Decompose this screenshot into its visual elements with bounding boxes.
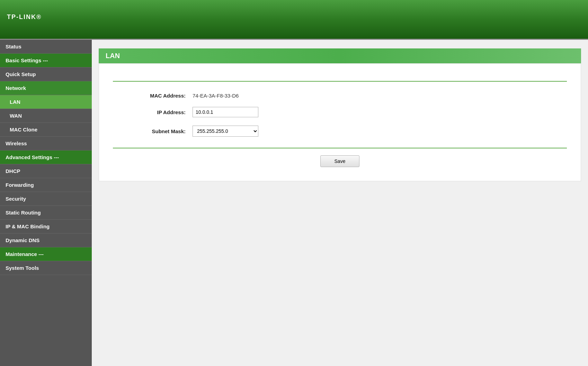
sidebar-item-network[interactable]: Network <box>0 81 92 95</box>
mac-address-row: MAC Address: 74-EA-3A-F8-33-D6 <box>113 89 567 103</box>
sidebar-item-quick-setup[interactable]: Quick Setup <box>0 67 92 81</box>
ip-address-cell <box>189 103 567 121</box>
logo-trademark: ® <box>36 13 42 20</box>
save-button[interactable]: Save <box>320 155 360 167</box>
subnet-mask-select[interactable]: 255.255.255.0 255.255.0.0 255.0.0.0 <box>193 126 258 137</box>
sidebar-item-status[interactable]: Status <box>0 40 92 54</box>
sidebar: Status Basic Settings --- Quick Setup Ne… <box>0 40 92 366</box>
sidebar-item-basic-settings: Basic Settings --- <box>0 54 92 67</box>
ip-address-row: IP Address: <box>113 103 567 121</box>
sidebar-item-system-tools[interactable]: System Tools <box>0 261 92 275</box>
sidebar-item-static-routing[interactable]: Static Routing <box>0 206 92 220</box>
content-area: LAN MAC Address: 74-EA-3A-F8-33-D6 IP Ad… <box>92 40 588 366</box>
content-box: MAC Address: 74-EA-3A-F8-33-D6 IP Addres… <box>99 63 581 181</box>
sidebar-item-dynamic-dns[interactable]: Dynamic DNS <box>0 234 92 247</box>
mac-address-label: MAC Address: <box>113 89 189 103</box>
page-header: LAN <box>99 48 581 63</box>
sidebar-item-wan[interactable]: WAN <box>0 109 92 123</box>
page-title: LAN <box>106 52 574 60</box>
ip-address-label: IP Address: <box>113 103 189 121</box>
sidebar-item-wireless[interactable]: Wireless <box>0 137 92 150</box>
sidebar-item-lan[interactable]: LAN <box>0 95 92 109</box>
subnet-mask-row: Subnet Mask: 255.255.255.0 255.255.0.0 2… <box>113 121 567 141</box>
bottom-divider <box>113 148 567 148</box>
sidebar-item-ip-mac-binding[interactable]: IP & MAC Binding <box>0 220 92 234</box>
main-layout: Status Basic Settings --- Quick Setup Ne… <box>0 40 588 366</box>
sidebar-item-security[interactable]: Security <box>0 192 92 206</box>
sidebar-item-maintenance: Maintenance --- <box>0 247 92 261</box>
subnet-mask-cell: 255.255.255.0 255.255.0.0 255.0.0.0 <box>189 121 567 141</box>
sidebar-item-advanced-settings: Advanced Settings --- <box>0 150 92 164</box>
lan-form: MAC Address: 74-EA-3A-F8-33-D6 IP Addres… <box>113 89 567 141</box>
sidebar-item-forwarding[interactable]: Forwarding <box>0 178 92 192</box>
button-row: Save <box>113 155 567 167</box>
mac-address-value: 74-EA-3A-F8-33-D6 <box>189 89 567 103</box>
ip-address-input[interactable] <box>193 107 258 117</box>
logo-text: TP-LINK <box>7 13 36 20</box>
header: TP-LINK® <box>0 0 588 40</box>
sidebar-item-dhcp[interactable]: DHCP <box>0 164 92 178</box>
top-divider <box>113 81 567 82</box>
subnet-mask-label: Subnet Mask: <box>113 121 189 141</box>
logo: TP-LINK® <box>7 11 42 28</box>
sidebar-item-mac-clone[interactable]: MAC Clone <box>0 123 92 137</box>
